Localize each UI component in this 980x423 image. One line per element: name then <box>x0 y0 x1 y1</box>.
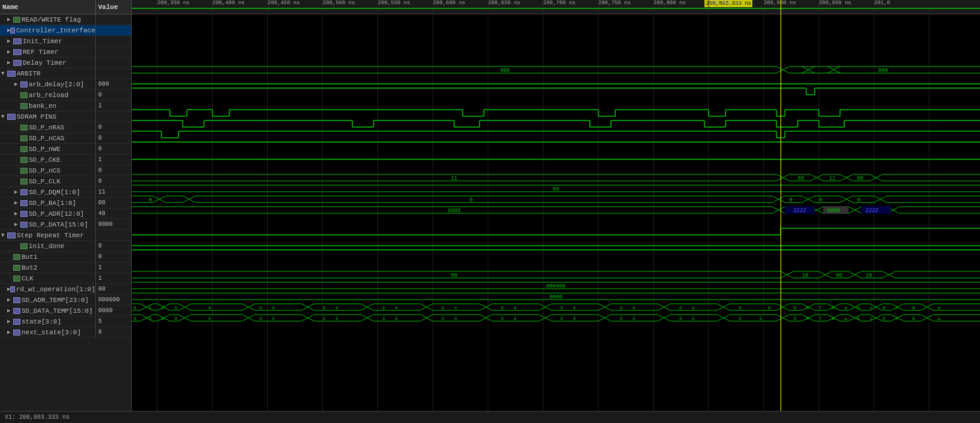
svg-text:4: 4 <box>573 316 576 321</box>
signal-row[interactable]: ▶ Init_Timer <box>0 36 131 47</box>
expand-arrow[interactable]: ▶ <box>7 38 13 44</box>
signal-row[interactable]: bank_en 1 <box>0 101 131 111</box>
signal-row[interactable]: ▶ next_state[3:0] 6 <box>0 327 131 338</box>
svg-text:2: 2 <box>162 316 165 321</box>
signal-row[interactable]: ▼ SDRAM PINS <box>0 111 131 122</box>
svg-line-228 <box>179 304 191 310</box>
expand-arrow[interactable]: ▶ <box>7 318 13 325</box>
expand-arrow[interactable]: ▶ <box>14 210 20 217</box>
expand-arrow[interactable]: ▶ <box>7 49 13 55</box>
svg-line-335 <box>157 315 170 321</box>
svg-text:a: a <box>937 316 940 321</box>
svg-line-25 <box>827 67 840 73</box>
step-repeat-timer-label: Step Repeat Timer <box>17 232 84 239</box>
svg-line-256 <box>598 304 611 310</box>
expand-arrow[interactable]: ▶ <box>7 329 13 336</box>
svg-line-292 <box>921 304 933 310</box>
signal-name: ▶ Delay Timer <box>0 58 96 68</box>
signal-row[interactable]: SD_P_nRAS 0 <box>0 122 131 133</box>
svg-line-331 <box>140 315 153 321</box>
signal-row[interactable]: ▶ SD_P_DATA[15:0] 0000 <box>0 219 131 230</box>
signal-name: arb_reload <box>0 90 96 100</box>
expand-arrow[interactable]: ▶ <box>14 221 20 228</box>
svg-text:3: 3 <box>382 316 385 321</box>
signal-row[interactable]: ▶ Delay Timer <box>0 58 131 68</box>
signal-row-step-repeat-timer[interactable]: ▼ Step Repeat Timer <box>0 230 131 241</box>
svg-line-244 <box>420 304 432 310</box>
svg-line-275 <box>827 304 840 310</box>
signal-row[interactable]: ▶ SD_DATA_TEMP[15:0] 0000 <box>0 306 131 316</box>
svg-line-332 <box>140 315 153 321</box>
signal-row[interactable]: ▶ Controller_Interface <box>0 25 131 36</box>
svg-text:3: 3 <box>738 305 741 310</box>
signal-row[interactable]: ▶ SD_P_ADR[12:0] 48 <box>0 209 131 219</box>
expand-arrow[interactable]: ▶ <box>14 200 20 206</box>
svg-text:3: 3 <box>619 305 622 310</box>
expand-arrow[interactable]: ▼ <box>1 232 7 238</box>
signal-row[interactable]: SD_P_nWE 0 <box>0 144 131 155</box>
signal-row[interactable]: SD_P_CKE 1 <box>0 155 131 165</box>
svg-line-272 <box>802 304 815 310</box>
svg-line-236 <box>301 304 314 310</box>
signal-row[interactable]: ▶ SD_P_DQM[1:0] 11 <box>0 187 131 198</box>
bus-icon <box>13 319 20 325</box>
expand-arrow[interactable]: ▶ <box>14 189 20 195</box>
signal-value: 0000 <box>96 221 113 228</box>
bus-icon <box>13 297 20 303</box>
signal-row[interactable]: SD_P_nCS 0 <box>0 165 131 176</box>
signal-row[interactable]: ▶ state[3:0] 5 <box>0 316 131 327</box>
signal-value: 0000 <box>96 307 113 314</box>
signal-value: 1 <box>96 156 102 163</box>
svg-line-384 <box>802 315 815 321</box>
signal-row[interactable]: init_done 0 <box>0 241 131 252</box>
expand-arrow[interactable]: ▼ <box>1 71 7 77</box>
signal-list[interactable]: ▶ READ/WRITE flag ▶ Controller_Interface <box>0 14 131 411</box>
svg-line-359 <box>480 315 492 321</box>
svg-text:7: 7 <box>895 316 898 321</box>
signal-name: ▶ arb_delay[2:0] <box>0 79 96 89</box>
svg-line-403 <box>921 315 933 321</box>
signal-name: ▶ next_state[3:0] <box>0 327 96 337</box>
signal-row[interactable]: ▶ READ/WRITE flag <box>0 14 131 25</box>
signal-value: 0 <box>96 243 102 249</box>
expand-arrow[interactable]: ▶ <box>7 16 13 23</box>
svg-line-18 <box>776 67 789 73</box>
svg-text:3: 3 <box>560 316 563 321</box>
column-headers: Name Value <box>0 0 131 14</box>
svg-line-147 <box>840 196 852 203</box>
signal-row[interactable]: ▶ REF Timer <box>0 47 131 58</box>
svg-text:3: 3 <box>501 316 504 321</box>
signal-row[interactable]: But1 0 <box>0 252 131 262</box>
svg-text:10: 10 <box>802 273 809 279</box>
svg-text:a: a <box>844 316 847 321</box>
expand-arrow[interactable]: ▶ <box>7 297 13 303</box>
expand-arrow[interactable]: ▶ <box>7 59 13 66</box>
signal-name: ▶ SD_DATA_TEMP[15:0] <box>0 306 96 316</box>
expand-arrow[interactable]: ▶ <box>7 307 13 314</box>
signal-icon <box>20 135 28 141</box>
svg-line-24 <box>827 67 840 73</box>
svg-line-279 <box>849 304 861 310</box>
bus-icon <box>10 286 14 292</box>
svg-text:c: c <box>870 316 873 321</box>
svg-line-173 <box>887 207 899 213</box>
expand-arrow[interactable]: ▼ <box>1 114 7 120</box>
signal-row[interactable]: ▶ SD_P_BA[1:0] 00 <box>0 198 131 209</box>
svg-text:4: 4 <box>692 305 695 310</box>
signal-row[interactable]: ▼ ARBITR <box>0 68 131 79</box>
svg-line-117 <box>870 174 882 181</box>
signal-row[interactable]: ▶ arb_delay[2:0] 000 <box>0 79 131 90</box>
signal-row[interactable]: SD_P_CLK 0 <box>0 176 131 187</box>
signal-row[interactable]: arb_reload 0 <box>0 90 131 101</box>
svg-text:3: 3 <box>738 316 741 321</box>
svg-text:7: 7 <box>895 305 898 310</box>
signal-row[interactable]: But2 1 <box>0 262 131 273</box>
signal-row[interactable]: SD_P_nCAS 0 <box>0 133 131 144</box>
signal-row[interactable]: ▶ rd_wt_operation[1:0] 00 <box>0 284 131 295</box>
expand-arrow[interactable]: ▶ <box>14 81 20 87</box>
signal-row[interactable]: ▶ SD_ADR_TEMP[23:0] 000000 <box>0 295 131 306</box>
signal-name: bank_en <box>0 101 96 111</box>
waveform-area[interactable]: 200,863.333 ns 200,350 ns 200,400 ns 200… <box>132 0 980 411</box>
signal-row[interactable]: CLK 1 <box>0 273 131 284</box>
svg-line-264 <box>717 304 730 310</box>
